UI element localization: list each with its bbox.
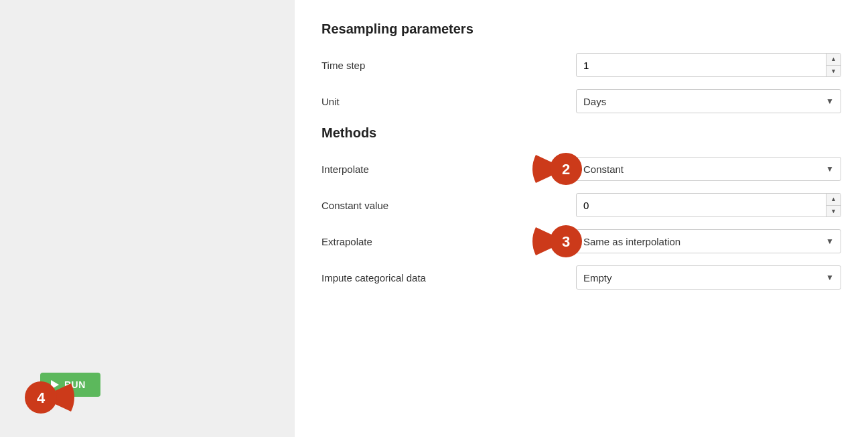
resampling-title: Resampling parameters bbox=[321, 21, 841, 37]
methods-section: Methods Interpolate 2 Constant ▼ Con bbox=[321, 125, 841, 290]
main-content: Resampling parameters Time step ▲ ▼ Unit… bbox=[295, 0, 868, 437]
constant-spinner-up[interactable]: ▲ bbox=[826, 194, 841, 206]
badge-2-shape: 2 bbox=[529, 151, 589, 186]
constant-value-input[interactable] bbox=[577, 200, 826, 211]
interpolate-value: Constant bbox=[583, 164, 624, 175]
impute-label: Impute categorical data bbox=[321, 272, 576, 284]
unit-value: Days bbox=[583, 96, 606, 107]
time-step-label: Time step bbox=[321, 60, 576, 71]
impute-dropdown-arrow: ▼ bbox=[826, 273, 834, 282]
unit-row: Unit Days ▼ bbox=[321, 89, 841, 113]
interpolate-control: Constant ▼ bbox=[576, 157, 841, 181]
svg-text:4: 4 bbox=[37, 389, 46, 406]
spinner-up-button[interactable]: ▲ bbox=[826, 54, 841, 66]
extrapolate-row: Extrapolate 3 Same as interpolation ▼ bbox=[321, 229, 841, 253]
badge-3-container: 3 bbox=[529, 224, 589, 261]
badge-4-shape: 4 bbox=[17, 380, 78, 415]
extrapolate-control: Same as interpolation ▼ bbox=[576, 229, 841, 253]
constant-value-spinner[interactable]: ▲ ▼ bbox=[576, 193, 841, 217]
impute-control: Empty ▼ bbox=[576, 265, 841, 290]
impute-row: Impute categorical data Empty ▼ bbox=[321, 265, 841, 290]
impute-select[interactable]: Empty ▼ bbox=[576, 265, 841, 290]
interpolate-select[interactable]: Constant ▼ bbox=[576, 157, 841, 181]
extrapolate-select[interactable]: Same as interpolation ▼ bbox=[576, 229, 841, 253]
badge-2-container: 2 bbox=[529, 151, 589, 188]
run-section: RUN 4 bbox=[20, 380, 78, 417]
extrapolate-dropdown-arrow: ▼ bbox=[826, 237, 834, 246]
resampling-section: Resampling parameters Time step ▲ ▼ Unit… bbox=[321, 21, 841, 113]
constant-spinner-buttons: ▲ ▼ bbox=[826, 194, 841, 216]
badge-3-shape: 3 bbox=[529, 224, 589, 259]
impute-value: Empty bbox=[583, 272, 612, 284]
interpolate-row: Interpolate 2 Constant ▼ bbox=[321, 157, 841, 181]
constant-value-control: ▲ ▼ bbox=[576, 193, 841, 217]
constant-value-row: Constant value ▲ ▼ bbox=[321, 193, 841, 217]
spinner-buttons: ▲ ▼ bbox=[826, 54, 841, 76]
svg-text:3: 3 bbox=[562, 233, 570, 250]
extrapolate-value: Same as interpolation bbox=[583, 236, 680, 247]
time-step-control: ▲ ▼ bbox=[576, 53, 841, 77]
unit-select[interactable]: Days ▼ bbox=[576, 89, 841, 113]
unit-control: Days ▼ bbox=[576, 89, 841, 113]
spinner-down-button[interactable]: ▼ bbox=[826, 66, 841, 77]
constant-value-label: Constant value bbox=[321, 200, 576, 211]
interpolate-dropdown-arrow: ▼ bbox=[826, 164, 834, 174]
methods-title: Methods bbox=[321, 125, 841, 141]
constant-spinner-down[interactable]: ▼ bbox=[826, 206, 841, 217]
unit-label: Unit bbox=[321, 96, 576, 107]
time-step-input[interactable] bbox=[577, 60, 826, 71]
badge-4-container: 4 bbox=[17, 380, 78, 417]
time-step-spinner[interactable]: ▲ ▼ bbox=[576, 53, 841, 77]
svg-text:2: 2 bbox=[562, 161, 570, 178]
sidebar bbox=[0, 0, 295, 437]
unit-dropdown-arrow: ▼ bbox=[826, 97, 834, 106]
time-step-row: Time step ▲ ▼ bbox=[321, 53, 841, 77]
